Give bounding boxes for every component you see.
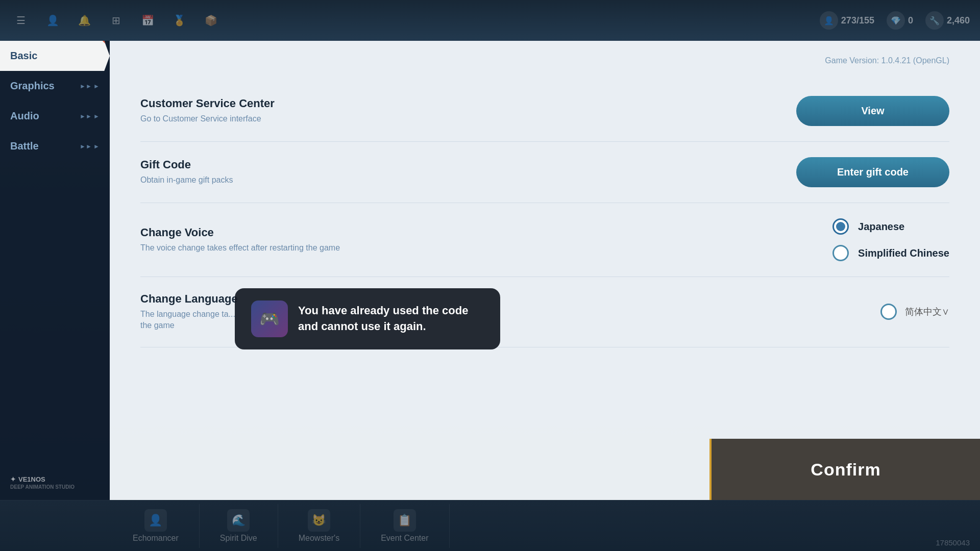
customer-service-desc: Go to Customer Service interface <box>140 113 275 124</box>
voice-option-japanese[interactable]: Japanese <box>832 218 949 235</box>
change-language-info: Change Language The language change ta..… <box>140 292 238 332</box>
confirm-button-container: Confirm <box>709 439 980 500</box>
change-voice-desc: The voice change takes effect after rest… <box>140 242 340 254</box>
radio-language[interactable] <box>880 304 897 320</box>
customer-service-title: Customer Service Center <box>140 97 275 110</box>
voice-option-simplified-chinese[interactable]: Simplified Chinese <box>832 245 949 261</box>
sidebar-item-basic[interactable]: Basic <box>0 41 110 71</box>
radio-japanese[interactable] <box>832 218 849 235</box>
confirm-button[interactable]: Confirm <box>811 460 880 480</box>
tooltip-popup: 🎮 You have already used the code and can… <box>235 288 500 349</box>
view-button[interactable]: View <box>796 96 949 126</box>
logo-tagline: DEEP ANIMATION STUDIO <box>10 484 75 490</box>
gift-code-title: Gift Code <box>140 158 233 171</box>
sidebar-item-graphics-arrows: ►► ► <box>80 83 100 90</box>
sidebar-item-battle-label: Battle <box>10 140 39 152</box>
radio-simplified-chinese[interactable] <box>832 245 849 261</box>
sidebar-item-graphics[interactable]: Graphics ►► ► <box>0 71 110 101</box>
game-version: Game Version: 1.0.4.21 (OpenGL) <box>140 56 949 65</box>
gift-code-desc: Obtain in-game gift packs <box>140 174 233 186</box>
logo-icon: ✦ <box>10 475 16 483</box>
logo-text-label: VE1NOS <box>18 475 45 483</box>
sidebar-logo: ✦ VE1NOS DEEP ANIMATION STUDIO <box>10 475 75 490</box>
sidebar-item-audio-arrows: ►► ► <box>80 113 100 120</box>
customer-service-row: Customer Service Center Go to Customer S… <box>140 81 949 142</box>
change-voice-info: Change Voice The voice change takes effe… <box>140 226 340 254</box>
sidebar-item-battle-arrows: ►► ► <box>80 143 100 150</box>
language-chinese-label: 简体中文∨ <box>905 306 949 318</box>
voice-japanese-label: Japanese <box>858 221 904 233</box>
tooltip-app-icon: 🎮 <box>251 300 288 337</box>
sidebar-item-audio-label: Audio <box>10 110 39 122</box>
tooltip-message: You have already used the code and canno… <box>298 303 484 335</box>
change-voice-title: Change Voice <box>140 226 340 239</box>
change-language-desc: The language change ta...the game <box>140 309 238 332</box>
change-voice-row: Change Voice The voice change takes effe… <box>140 203 949 277</box>
language-option-container: 简体中文∨ <box>880 304 949 320</box>
sidebar-item-basic-label: Basic <box>10 50 37 62</box>
app-icon-symbol: 🎮 <box>259 309 280 329</box>
sidebar-item-graphics-label: Graphics <box>10 80 55 92</box>
gift-code-row: Gift Code Obtain in-game gift packs Ente… <box>140 142 949 203</box>
sidebar: Basic Graphics ►► ► Audio ►► ► Battle ►►… <box>0 41 110 500</box>
change-language-title: Change Language <box>140 292 238 306</box>
customer-service-info: Customer Service Center Go to Customer S… <box>140 97 275 124</box>
sidebar-item-audio[interactable]: Audio ►► ► <box>0 101 110 131</box>
sidebar-item-battle[interactable]: Battle ►► ► <box>0 131 110 161</box>
voice-radio-group: Japanese Simplified Chinese <box>832 218 949 261</box>
main-panel: Game Version: 1.0.4.21 (OpenGL) Customer… <box>110 41 980 500</box>
gift-code-info: Gift Code Obtain in-game gift packs <box>140 158 233 186</box>
voice-simplified-chinese-label: Simplified Chinese <box>858 247 949 259</box>
enter-gift-code-button[interactable]: Enter gift code <box>796 157 949 187</box>
